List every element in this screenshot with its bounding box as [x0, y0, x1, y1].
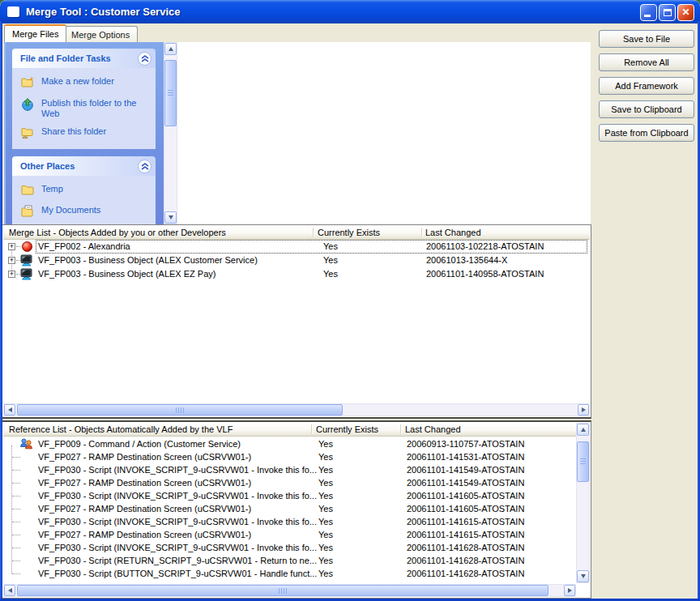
my-documents-icon: [21, 205, 36, 220]
column-header-changed[interactable]: Last Changed: [425, 226, 481, 239]
maximize-icon: [664, 9, 672, 16]
currently-exists-value: Yes: [318, 530, 333, 539]
table-row[interactable]: VF_FP027 - RAMP Destination Screen (uCSR…: [3, 450, 575, 463]
scroll-down-button[interactable]: [577, 570, 589, 582]
reference-list-vscrollbar[interactable]: [576, 423, 590, 583]
table-row[interactable]: VF_FP030 - Script (INVOKE_SCRIPT_9-uCSRV…: [3, 489, 575, 502]
task-share-folder[interactable]: Share this folder: [21, 126, 151, 141]
task-pane-scrollbar[interactable]: [164, 42, 177, 224]
column-divider[interactable]: [400, 424, 401, 434]
expand-plus-icon[interactable]: +: [8, 257, 15, 264]
task-make-new-folder[interactable]: Make a new folder: [21, 76, 151, 91]
tab-strip: Merge Files Merge Options: [2, 23, 698, 42]
column-divider[interactable]: [311, 424, 312, 434]
scrollbar-thumb[interactable]: [164, 60, 177, 126]
place-my-documents[interactable]: My Documents: [21, 205, 151, 220]
arrow-right-icon: [582, 407, 588, 412]
merge-list-header: Merge List - Objects Added by you or oth…: [3, 226, 590, 240]
column-header-exists[interactable]: Currently Exists: [318, 226, 380, 239]
close-button[interactable]: ✕: [677, 4, 694, 21]
column-header-name[interactable]: Merge List - Objects Added by you or oth…: [9, 226, 226, 239]
scrollbar-thumb[interactable]: [17, 404, 343, 416]
collapse-button[interactable]: [138, 160, 152, 173]
tree-connector: [12, 457, 20, 458]
other-places-header[interactable]: Other Places: [12, 156, 156, 176]
remove-all-button[interactable]: Remove All: [599, 53, 694, 71]
table-row[interactable]: VF_FP030 - Script (INVOKE_SCRIPT_9-uCSRV…: [3, 463, 575, 476]
reference-list-header: Reference List - Objects Automatically A…: [3, 423, 576, 437]
tree-connector: [16, 246, 21, 247]
file-and-folder-tasks-header[interactable]: File and Folder Tasks: [12, 49, 156, 68]
merge-list-hscrollbar[interactable]: [3, 403, 590, 416]
tree-connector: [12, 483, 20, 484]
tree-connector: [12, 548, 20, 548]
table-row[interactable]: VF_FP030 - Script (RETURN_SCRIPT_9-uCSRV…: [3, 554, 575, 567]
scroll-left-button[interactable]: [4, 585, 15, 596]
title-bar[interactable]: Merge Tool : Customer Service ✕: [0, 0, 700, 23]
table-row[interactable]: VF_FP030 - Script (BUTTON_SCRIPT_9-uCSRV…: [3, 567, 575, 580]
last-changed-value: 20060913-110757-ATOSTAIN: [407, 439, 524, 449]
save-to-clipboard-button[interactable]: Save to Clipboard: [599, 100, 694, 118]
last-changed-value: 20061101-141549-ATOSTAIN: [407, 465, 524, 475]
object-name: VF_FP009 - Command / Action (Customer Se…: [38, 439, 241, 449]
object-name: VF_FP027 - RAMP Destination Screen (uCSR…: [38, 504, 251, 514]
scroll-left-button[interactable]: [4, 404, 15, 416]
table-row[interactable]: + VF_FP002 - Alexandria Yes 20061103-102…: [3, 240, 589, 254]
object-name: VF_FP027 - RAMP Destination Screen (uCSR…: [38, 452, 251, 462]
scroll-right-button[interactable]: [564, 585, 575, 596]
table-row[interactable]: VF_FP027 - RAMP Destination Screen (uCSR…: [3, 476, 575, 489]
button-label: Save to File: [623, 34, 670, 44]
scroll-down-button[interactable]: [164, 211, 177, 224]
maximize-button[interactable]: [659, 4, 676, 21]
arrow-right-icon: [568, 588, 574, 593]
table-row[interactable]: + VF_FP003 - Business Object (ALEX EZ Pa…: [3, 267, 589, 281]
tab-merge-files[interactable]: Merge Files: [4, 24, 66, 42]
red-sphere-icon: [22, 241, 32, 252]
column-divider[interactable]: [421, 228, 422, 237]
scrollbar-thumb[interactable]: [577, 441, 589, 482]
add-framework-button[interactable]: Add Framework: [599, 77, 694, 95]
table-row[interactable]: VF_FP027 - RAMP Destination Screen (uCSR…: [3, 502, 575, 515]
object-name: VF_FP027 - RAMP Destination Screen (uCSR…: [38, 530, 251, 539]
object-name: VF_FP030 - Script (INVOKE_SCRIPT_9-uCSRV…: [38, 517, 317, 526]
column-divider[interactable]: [313, 228, 314, 237]
window-title: Merge Tool : Customer Service: [26, 0, 180, 23]
publish-web-icon: [21, 98, 36, 113]
object-name: VF_FP030 - Script (INVOKE_SCRIPT_9-uCSRV…: [38, 543, 317, 552]
currently-exists-value: Yes: [323, 255, 338, 265]
last-changed-value: 20061101-140958-ATOSTAIN: [426, 269, 544, 279]
collapse-button[interactable]: [138, 52, 152, 66]
last-changed-value: 20061101-141628-ATOSTAIN: [407, 569, 524, 578]
scroll-up-button[interactable]: [577, 424, 589, 436]
scrollbar-thumb[interactable]: [17, 585, 548, 596]
object-name: VF_FP027 - RAMP Destination Screen (uCSR…: [38, 478, 251, 488]
scroll-up-button[interactable]: [164, 43, 177, 55]
task-publish-folder[interactable]: Publish this folder to the Web: [21, 98, 151, 119]
column-header-name[interactable]: Reference List - Objects Automatically A…: [9, 423, 233, 436]
expand-plus-icon[interactable]: +: [8, 243, 15, 250]
paste-from-clipboard-button[interactable]: Paste from Clipboard: [599, 124, 694, 142]
save-to-file-button[interactable]: Save to File: [599, 30, 694, 48]
tab-label: Merge Files: [12, 29, 58, 39]
new-folder-icon: [21, 76, 36, 91]
column-header-changed[interactable]: Last Changed: [405, 423, 461, 436]
tree-connector: [12, 496, 20, 497]
place-temp[interactable]: Temp: [21, 184, 151, 198]
currently-exists-value: Yes: [318, 491, 333, 501]
column-header-exists[interactable]: Currently Exists: [316, 423, 378, 436]
table-row[interactable]: VF_FP009 - Command / Action (Customer Se…: [3, 437, 575, 450]
tab-merge-options[interactable]: Merge Options: [63, 26, 138, 42]
minimize-button[interactable]: [640, 4, 657, 21]
reference-list-hscrollbar[interactable]: [3, 584, 576, 597]
last-changed-value: 20061101-141605-ATOSTAIN: [407, 504, 524, 514]
place-label: My Documents: [41, 205, 100, 215]
table-row[interactable]: VF_FP027 - RAMP Destination Screen (uCSR…: [3, 528, 575, 541]
task-label: Share this folder: [41, 126, 106, 137]
table-row[interactable]: + VF_FP003 - Business Object (ALEX Custo…: [3, 254, 589, 267]
table-row[interactable]: VF_FP030 - Script (INVOKE_SCRIPT_9-uCSRV…: [3, 541, 575, 554]
table-row[interactable]: VF_FP030 - Script (INVOKE_SCRIPT_9-uCSRV…: [3, 515, 575, 528]
scroll-right-button[interactable]: [578, 404, 589, 416]
object-name: VF_FP030 - Script (INVOKE_SCRIPT_9-uCSRV…: [38, 491, 317, 501]
expand-plus-icon[interactable]: +: [8, 271, 15, 278]
tab-label: Merge Options: [71, 30, 130, 40]
